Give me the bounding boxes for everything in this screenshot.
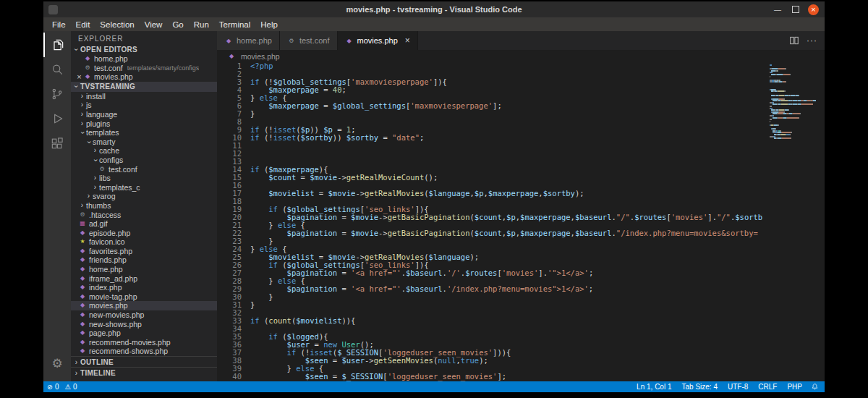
code-line[interactable]: if (!isset($sortby)) $sortby = "date"; [250, 134, 825, 142]
search-icon[interactable] [43, 57, 71, 82]
tree-file-friends.php[interactable]: ◆friends.php [71, 255, 217, 265]
code-line[interactable]: } [250, 237, 825, 245]
run-debug-icon[interactable] [43, 106, 71, 131]
split-editor-icon[interactable] [789, 35, 799, 46]
code-line[interactable] [250, 158, 825, 166]
menu-file[interactable]: File [47, 20, 71, 29]
tree-file-new-movies.php[interactable]: ◆new-movies.php [71, 310, 217, 320]
source-control-icon[interactable] [43, 82, 71, 106]
open-editor-item[interactable]: ⚙test.conftemplates/smarty/configs [71, 64, 217, 73]
tree-folder-templates_c[interactable]: ›templates_c [71, 183, 217, 192]
tree-file-.htaccess[interactable]: ⚙.htaccess [71, 211, 217, 220]
tab-test.conf[interactable]: ⚙test.conf [280, 31, 338, 50]
tree-folder-cache[interactable]: ›cache [71, 146, 217, 156]
status-language[interactable]: PHP [782, 383, 807, 391]
close-button[interactable]: × [808, 4, 819, 15]
open-editors-header[interactable]: › OPEN EDITORS [71, 44, 217, 54]
explorer-icon[interactable] [43, 33, 71, 57]
tree-folder-libs[interactable]: ›libs [71, 174, 217, 183]
titlebar[interactable]: movies.php - tvstreaming - Visual Studio… [43, 1, 825, 17]
menu-run[interactable]: Run [189, 20, 214, 29]
close-icon[interactable]: × [405, 35, 410, 46]
menu-help[interactable]: Help [255, 20, 283, 29]
code-line[interactable]: <?php [250, 62, 825, 70]
status-tab-size[interactable]: Tab Size: 4 [676, 383, 722, 391]
code-token: $routes [634, 213, 666, 221]
open-editor-item[interactable]: ×◆movies.php [71, 72, 217, 82]
problems-warnings[interactable]: ⚠ 0 [65, 383, 77, 391]
code-line[interactable]: } [250, 301, 825, 309]
tree-file-favicon.ico[interactable]: ★favicon.ico [71, 237, 217, 247]
settings-gear-icon[interactable]: ⚙ [43, 351, 71, 376]
code-line[interactable] [250, 142, 825, 150]
tree-file-recommend-movies.php[interactable]: ◆recommend-movies.php [71, 338, 217, 347]
tree-folder-templates[interactable]: ›templates [71, 128, 217, 137]
tree-file-index.php[interactable]: ◆index.php [71, 283, 217, 292]
status-cursor-position[interactable]: Ln 1, Col 1 [631, 383, 676, 391]
tree-folder-install[interactable]: ›install [71, 92, 217, 101]
tree-file-movies.php[interactable]: ◆movies.php [71, 301, 217, 310]
code-line[interactable]: $pagination = $movie->getBasicPagination… [250, 229, 825, 237]
tree-file-page.php[interactable]: ◆page.php [71, 329, 217, 338]
code-line[interactable]: $seen = $_SESSION['loggeduser_seen_movie… [250, 373, 825, 381]
tab-movies.php[interactable]: ◆movies.php× [338, 31, 418, 50]
section-timeline[interactable]: ›TIMELINE [71, 367, 217, 378]
code-line[interactable]: $maxperpage = 40; [250, 86, 825, 94]
status-eol[interactable]: CRLF [753, 383, 782, 391]
tree-folder-smarty[interactable]: ›smarty [71, 137, 217, 147]
code-line[interactable]: $seen = $user->getSeenMovies(null,true); [250, 357, 825, 365]
maximize-button[interactable] [790, 4, 801, 15]
tree-file-ad.gif[interactable]: ▦ad.gif [71, 219, 217, 229]
tree-folder-svarog[interactable]: ›svarog [71, 192, 217, 201]
minimize-button[interactable]: — [772, 4, 783, 15]
tree-file-recommend-shows.php[interactable]: ◆recommend-shows.php [71, 347, 217, 356]
tree-file-home.php[interactable]: ◆home.php [71, 265, 217, 274]
tab-home.php[interactable]: ◆home.php [217, 31, 280, 50]
minimap[interactable] [762, 62, 825, 381]
code-lines[interactable]: <?php if (!$global_settings['maxmoviespe… [242, 62, 825, 381]
bell-icon[interactable] [807, 383, 819, 391]
tree-folder-language[interactable]: ›language [71, 110, 217, 119]
code-editor[interactable]: 1234567891011121314151617181920212223242… [217, 62, 825, 381]
menu-edit[interactable]: Edit [71, 20, 95, 29]
section-outline[interactable]: ›OUTLINE [71, 356, 217, 367]
code-line[interactable]: $pagination = $movie->getBasicPagination… [250, 213, 825, 221]
code-line[interactable]: } [250, 110, 825, 118]
problems-errors[interactable]: ⊘ 0 [47, 383, 59, 391]
tree-file-favorites.php[interactable]: ◆favorites.php [71, 247, 217, 256]
menu-terminal[interactable]: Terminal [214, 20, 255, 29]
code-line[interactable] [250, 325, 825, 333]
code-line[interactable]: } [250, 293, 825, 301]
tree-folder-plugins[interactable]: ›plugins [71, 119, 217, 129]
tree-folder-js[interactable]: ›js [71, 101, 217, 110]
open-editor-item[interactable]: ◆home.php [71, 54, 217, 64]
code-line[interactable]: if (count($movielist)){ [250, 317, 825, 325]
close-icon[interactable]: × [75, 72, 83, 82]
more-actions-icon[interactable]: ··· [807, 35, 817, 46]
extensions-icon[interactable] [43, 131, 71, 156]
code-line[interactable]: $pagination = '<a href="'.$baseurl.'/ind… [250, 285, 825, 293]
breadcrumb[interactable]: ◆movies.php [217, 50, 825, 62]
menu-view[interactable]: View [140, 20, 168, 29]
code-line[interactable]: $maxperpage = $global_settings['maxmovie… [250, 102, 825, 110]
tree-file-test.conf[interactable]: ⚙test.conf [71, 165, 217, 174]
tree-folder-thumbs[interactable]: ›thumbs [71, 201, 217, 211]
code-line[interactable] [250, 150, 825, 158]
code-token: "/" [717, 213, 731, 221]
project-header[interactable]: › TVSTREAMING [71, 82, 217, 92]
tree-item-label: recommend-shows.php [89, 347, 168, 356]
breadcrumb-item[interactable]: movies.php [241, 52, 280, 61]
code-line[interactable]: $movielist = $movie->getRealMovies($lang… [250, 190, 825, 198]
tree-file-episode.php[interactable]: ◆episode.php [71, 229, 217, 238]
status-encoding[interactable]: UTF-8 [723, 383, 753, 391]
code-token: )) [333, 133, 346, 142]
code-line[interactable]: $pagination = '<a href="'.$baseurl.'/'.$… [250, 269, 825, 277]
tree-file-movie-tag.php[interactable]: ◆movie-tag.php [71, 292, 217, 302]
tree-folder-configs[interactable]: ›configs [71, 156, 217, 165]
tree-file-iframe_ad.php[interactable]: ◆iframe_ad.php [71, 274, 217, 284]
code-line[interactable]: $count = $movie->getRealMovieCount(); [250, 174, 825, 182]
menu-selection[interactable]: Selection [95, 20, 139, 29]
tree-item-label: movie-tag.php [89, 292, 137, 302]
tree-file-new-shows.php[interactable]: ◆new-shows.php [71, 320, 217, 329]
menu-go[interactable]: Go [167, 20, 188, 29]
